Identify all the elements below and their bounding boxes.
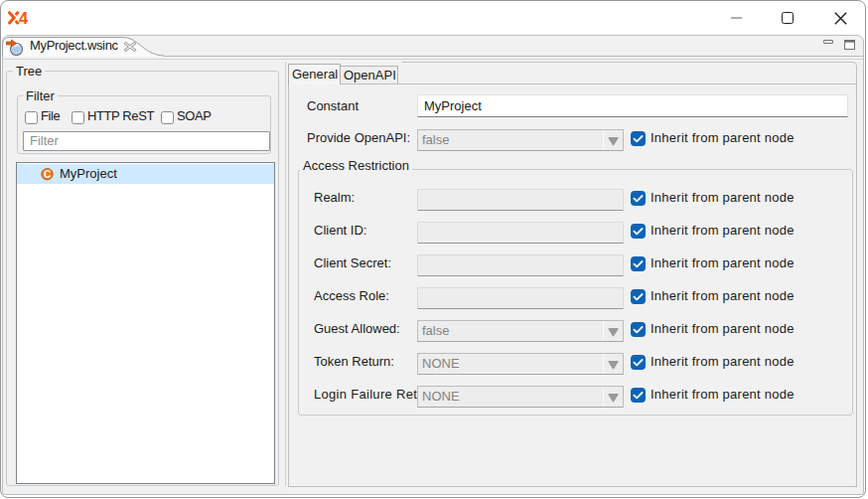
svg-text:C: C (44, 169, 51, 180)
svg-text:4: 4 (19, 11, 29, 25)
